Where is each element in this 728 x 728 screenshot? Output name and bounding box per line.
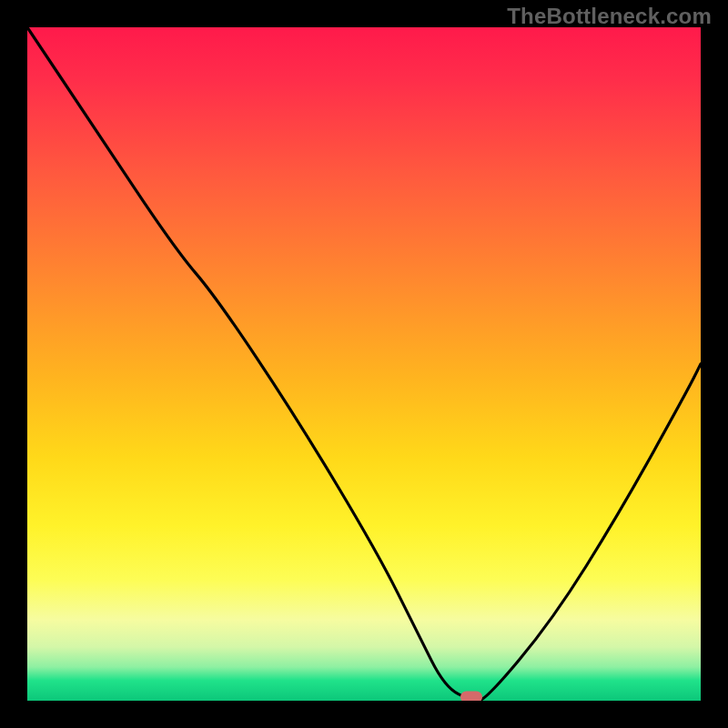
- bottleneck-curve: [27, 27, 701, 701]
- optimal-point-marker: [460, 692, 482, 702]
- plot-area: [27, 27, 701, 701]
- watermark-text: TheBottleneck.com: [507, 4, 712, 29]
- chart-frame: TheBottleneck.com: [0, 0, 728, 728]
